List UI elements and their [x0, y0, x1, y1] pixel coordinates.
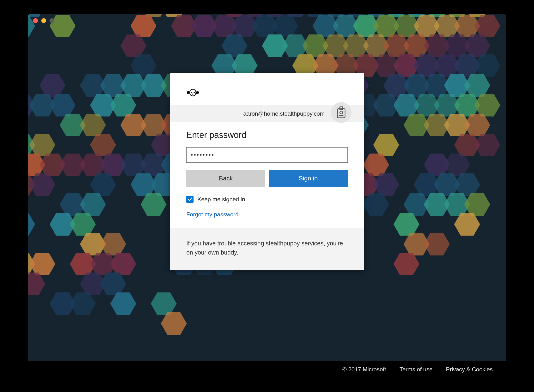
svg-rect-4 [340, 107, 343, 110]
help-footer: If you have trouble accessing stealthpup… [170, 228, 364, 270]
footer-bar: © 2017 Microsoft Terms of use Privacy & … [28, 361, 506, 378]
button-row: Back Sign in [186, 170, 348, 187]
password-input[interactable] [186, 147, 348, 163]
keep-signed-in-row: Keep me signed in [186, 196, 348, 203]
puppy-logo-icon [186, 88, 348, 98]
login-card: aaron@home.stealthpuppy.com Enter passwo… [170, 73, 364, 270]
svg-point-2 [192, 94, 194, 95]
page-title: Enter password [186, 130, 348, 140]
account-email: aaron@home.stealthpuppy.com [243, 110, 325, 117]
close-window-button[interactable] [33, 18, 38, 23]
keep-signed-in-checkbox[interactable] [186, 196, 194, 203]
card-header [170, 73, 364, 105]
back-button[interactable]: Back [186, 170, 265, 187]
privacy-cookies-link[interactable]: Privacy & Cookies [446, 366, 493, 373]
app-window: aaron@home.stealthpuppy.com Enter passwo… [28, 14, 506, 378]
copyright-text: © 2017 Microsoft [342, 366, 386, 373]
window-controls [33, 18, 54, 23]
keep-signed-in-label: Keep me signed in [197, 196, 245, 203]
minimize-window-button[interactable] [41, 18, 46, 23]
card-body: Enter password Back Sign in Keep me sign… [170, 122, 364, 228]
svg-point-5 [340, 111, 343, 114]
maximize-window-button-disabled [49, 18, 54, 23]
svg-point-1 [194, 92, 195, 93]
svg-rect-3 [337, 109, 345, 118]
forgot-password-link[interactable]: Forgot my password [186, 211, 238, 218]
sign-in-button[interactable]: Sign in [269, 170, 348, 187]
account-row: aaron@home.stealthpuppy.com [170, 105, 364, 122]
terms-of-use-link[interactable]: Terms of use [400, 366, 432, 373]
id-badge-icon [331, 102, 352, 123]
svg-point-0 [191, 92, 192, 93]
